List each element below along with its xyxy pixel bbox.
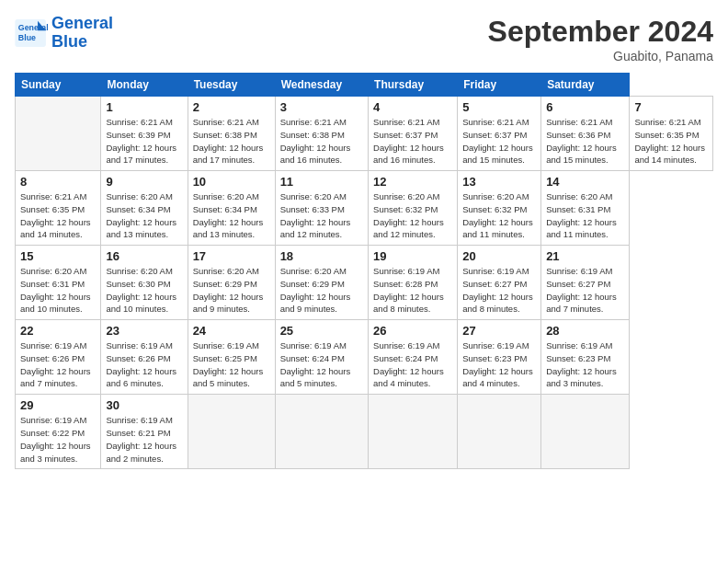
day-info: Sunrise: 6:21 AM Sunset: 6:37 PM Dayligh…: [462, 116, 536, 167]
logo: General Blue General Blue: [15, 15, 113, 52]
day-cell: [369, 395, 458, 469]
day-cell: 27Sunrise: 6:19 AM Sunset: 6:23 PM Dayli…: [458, 320, 541, 395]
logo-line1: General: [51, 14, 113, 32]
location: Guabito, Panama: [488, 49, 713, 63]
day-cell: 29Sunrise: 6:19 AM Sunset: 6:22 PM Dayli…: [16, 395, 101, 469]
svg-text:Blue: Blue: [18, 33, 36, 42]
month-title: September 2024: [488, 15, 713, 49]
day-info: Sunrise: 6:21 AM Sunset: 6:35 PM Dayligh…: [634, 116, 708, 167]
day-info: Sunrise: 6:21 AM Sunset: 6:39 PM Dayligh…: [106, 116, 182, 167]
day-info: Sunrise: 6:19 AM Sunset: 6:28 PM Dayligh…: [373, 265, 452, 316]
day-info: Sunrise: 6:19 AM Sunset: 6:24 PM Dayligh…: [280, 339, 363, 390]
day-cell: 22Sunrise: 6:19 AM Sunset: 6:26 PM Dayli…: [16, 320, 101, 395]
day-info: Sunrise: 6:19 AM Sunset: 6:27 PM Dayligh…: [546, 265, 624, 316]
day-info: Sunrise: 6:19 AM Sunset: 6:23 PM Dayligh…: [462, 339, 536, 390]
day-cell: 15Sunrise: 6:20 AM Sunset: 6:31 PM Dayli…: [16, 246, 101, 320]
day-cell: 21Sunrise: 6:19 AM Sunset: 6:27 PM Dayli…: [541, 246, 630, 320]
day-cell: 28Sunrise: 6:19 AM Sunset: 6:23 PM Dayli…: [541, 320, 630, 395]
day-number: 13: [462, 175, 536, 189]
day-number: 29: [20, 398, 96, 412]
day-number: 18: [280, 249, 363, 263]
day-info: Sunrise: 6:21 AM Sunset: 6:36 PM Dayligh…: [546, 116, 624, 167]
day-info: Sunrise: 6:21 AM Sunset: 6:38 PM Dayligh…: [280, 116, 363, 167]
day-cell: 14Sunrise: 6:20 AM Sunset: 6:31 PM Dayli…: [541, 171, 630, 246]
day-info: Sunrise: 6:19 AM Sunset: 6:21 PM Dayligh…: [106, 414, 182, 465]
day-number: 4: [373, 100, 452, 114]
day-cell: 24Sunrise: 6:19 AM Sunset: 6:25 PM Dayli…: [188, 320, 275, 395]
day-number: 23: [106, 324, 182, 338]
calendar-header-row: Sunday Monday Tuesday Wednesday Thursday…: [16, 74, 713, 97]
logo-line2: Blue: [51, 32, 87, 51]
day-cell: 30Sunrise: 6:19 AM Sunset: 6:21 PM Dayli…: [101, 395, 188, 469]
day-number: 5: [462, 100, 536, 114]
day-cell: 12Sunrise: 6:20 AM Sunset: 6:32 PM Dayli…: [369, 171, 458, 246]
day-info: Sunrise: 6:20 AM Sunset: 6:30 PM Dayligh…: [106, 265, 182, 316]
day-cell: [541, 395, 630, 469]
day-cell: 6Sunrise: 6:21 AM Sunset: 6:36 PM Daylig…: [541, 97, 630, 171]
day-number: 10: [193, 175, 270, 189]
day-cell: 26Sunrise: 6:19 AM Sunset: 6:24 PM Dayli…: [369, 320, 458, 395]
col-sunday: Sunday: [16, 74, 101, 97]
day-number: 11: [280, 175, 363, 189]
day-info: Sunrise: 6:20 AM Sunset: 6:32 PM Dayligh…: [462, 190, 536, 241]
day-cell: 17Sunrise: 6:20 AM Sunset: 6:29 PM Dayli…: [188, 246, 275, 320]
day-info: Sunrise: 6:19 AM Sunset: 6:22 PM Dayligh…: [20, 414, 96, 465]
day-number: 27: [462, 324, 536, 338]
day-cell: 18Sunrise: 6:20 AM Sunset: 6:29 PM Dayli…: [275, 246, 368, 320]
day-number: 1: [106, 100, 182, 114]
day-cell: 2Sunrise: 6:21 AM Sunset: 6:38 PM Daylig…: [188, 97, 275, 171]
day-info: Sunrise: 6:19 AM Sunset: 6:25 PM Dayligh…: [193, 339, 270, 390]
day-info: Sunrise: 6:20 AM Sunset: 6:31 PM Dayligh…: [20, 265, 96, 316]
day-cell: 3Sunrise: 6:21 AM Sunset: 6:38 PM Daylig…: [275, 97, 368, 171]
col-wednesday: Wednesday: [275, 74, 368, 97]
day-number: 25: [280, 324, 363, 338]
day-info: Sunrise: 6:20 AM Sunset: 6:29 PM Dayligh…: [193, 265, 270, 316]
day-cell: 8Sunrise: 6:21 AM Sunset: 6:35 PM Daylig…: [16, 171, 101, 246]
day-info: Sunrise: 6:20 AM Sunset: 6:34 PM Dayligh…: [193, 190, 270, 241]
day-info: Sunrise: 6:21 AM Sunset: 6:35 PM Dayligh…: [20, 190, 96, 241]
day-cell: 9Sunrise: 6:20 AM Sunset: 6:34 PM Daylig…: [101, 171, 188, 246]
day-number: 14: [546, 175, 624, 189]
week-row-2: 15Sunrise: 6:20 AM Sunset: 6:31 PM Dayli…: [16, 246, 713, 320]
day-info: Sunrise: 6:19 AM Sunset: 6:26 PM Dayligh…: [106, 339, 182, 390]
day-info: Sunrise: 6:21 AM Sunset: 6:37 PM Dayligh…: [373, 116, 452, 167]
day-cell: 19Sunrise: 6:19 AM Sunset: 6:28 PM Dayli…: [369, 246, 458, 320]
day-number: 30: [106, 398, 182, 412]
title-block: September 2024 Guabito, Panama: [488, 15, 713, 63]
day-number: 19: [373, 249, 452, 263]
day-number: 22: [20, 324, 96, 338]
page: General Blue General Blue September 2024…: [0, 0, 728, 563]
logo-icon: General Blue: [15, 19, 48, 47]
day-cell: 13Sunrise: 6:20 AM Sunset: 6:32 PM Dayli…: [458, 171, 541, 246]
day-info: Sunrise: 6:20 AM Sunset: 6:32 PM Dayligh…: [373, 190, 452, 241]
day-info: Sunrise: 6:19 AM Sunset: 6:23 PM Dayligh…: [546, 339, 624, 390]
day-number: 15: [20, 249, 96, 263]
day-number: 12: [373, 175, 452, 189]
day-info: Sunrise: 6:20 AM Sunset: 6:29 PM Dayligh…: [280, 265, 363, 316]
day-info: Sunrise: 6:19 AM Sunset: 6:24 PM Dayligh…: [373, 339, 452, 390]
day-number: 6: [546, 100, 624, 114]
week-row-3: 22Sunrise: 6:19 AM Sunset: 6:26 PM Dayli…: [16, 320, 713, 395]
day-number: 9: [106, 175, 182, 189]
day-number: 28: [546, 324, 624, 338]
day-cell: 1Sunrise: 6:21 AM Sunset: 6:39 PM Daylig…: [101, 97, 188, 171]
col-thursday: Thursday: [369, 74, 458, 97]
col-monday: Monday: [101, 74, 188, 97]
day-cell: 11Sunrise: 6:20 AM Sunset: 6:33 PM Dayli…: [275, 171, 368, 246]
day-cell: [275, 395, 368, 469]
day-number: 3: [280, 100, 363, 114]
day-number: 20: [462, 249, 536, 263]
day-cell: 7Sunrise: 6:21 AM Sunset: 6:35 PM Daylig…: [630, 97, 713, 171]
day-cell: 16Sunrise: 6:20 AM Sunset: 6:30 PM Dayli…: [101, 246, 188, 320]
col-saturday: Saturday: [541, 74, 630, 97]
day-number: 16: [106, 249, 182, 263]
day-cell: [16, 97, 101, 171]
day-info: Sunrise: 6:19 AM Sunset: 6:26 PM Dayligh…: [20, 339, 96, 390]
day-cell: [458, 395, 541, 469]
week-row-1: 8Sunrise: 6:21 AM Sunset: 6:35 PM Daylig…: [16, 171, 713, 246]
day-info: Sunrise: 6:20 AM Sunset: 6:34 PM Dayligh…: [106, 190, 182, 241]
day-info: Sunrise: 6:19 AM Sunset: 6:27 PM Dayligh…: [462, 265, 536, 316]
day-number: 21: [546, 249, 624, 263]
week-row-0: 1Sunrise: 6:21 AM Sunset: 6:39 PM Daylig…: [16, 97, 713, 171]
day-cell: 4Sunrise: 6:21 AM Sunset: 6:37 PM Daylig…: [369, 97, 458, 171]
